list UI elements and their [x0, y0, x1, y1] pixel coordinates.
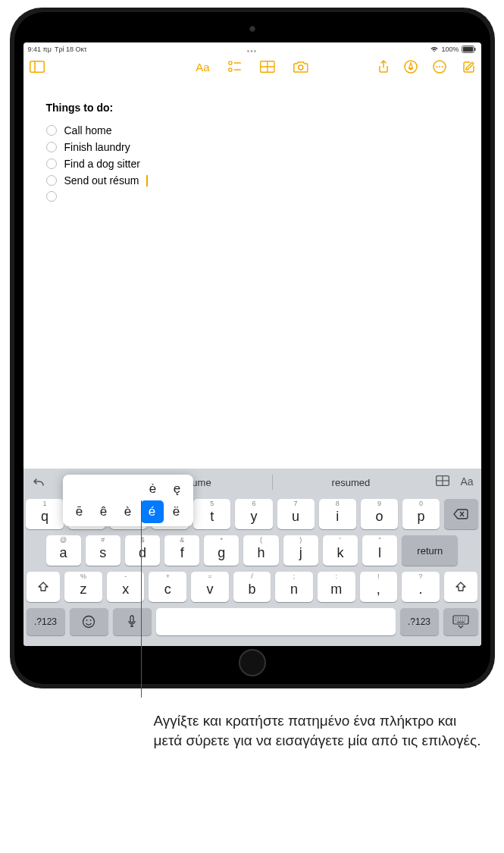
key-x[interactable]: -x — [107, 572, 145, 602]
key-j[interactable]: )j — [283, 535, 318, 566]
svg-rect-2 — [474, 48, 475, 51]
ipad-frame: 9:41 πμ Τρί 18 Οκτ 100% ••• — [10, 8, 495, 688]
todo-item-empty[interactable] — [46, 191, 459, 202]
caption-text: Αγγίξτε και κρατήστε πατημένο ένα πλήκτρ… — [17, 711, 487, 750]
svg-rect-1 — [462, 47, 472, 52]
more-icon[interactable] — [433, 60, 446, 74]
svg-rect-24 — [130, 616, 133, 623]
nav-bar: ••• Aa — [23, 55, 481, 79]
markup-icon[interactable] — [404, 60, 418, 74]
key-hide-keyboard[interactable] — [443, 608, 478, 635]
key-numbers-right[interactable]: .?123 — [400, 608, 439, 635]
svg-point-5 — [228, 61, 231, 64]
battery-text: 100% — [441, 45, 459, 53]
key-z[interactable]: %z — [64, 572, 102, 602]
key-b[interactable]: /b — [233, 572, 271, 602]
todo-text: Call home — [64, 124, 112, 136]
key-n[interactable]: ;n — [275, 572, 313, 602]
sidebar-toggle-icon[interactable] — [30, 61, 45, 73]
checkbox-icon[interactable] — [46, 175, 57, 186]
accent-option[interactable]: ê — [92, 500, 115, 523]
text-cursor — [146, 175, 148, 187]
status-time: 9:41 πμ — [28, 45, 52, 53]
key-shift-left[interactable] — [27, 572, 61, 602]
accent-option-selected[interactable]: é — [141, 500, 164, 523]
home-button[interactable] — [239, 649, 266, 676]
camera-icon[interactable] — [293, 61, 308, 73]
key-q[interactable]: 1q — [26, 499, 63, 529]
svg-rect-3 — [30, 61, 44, 73]
key-period[interactable]: ?. — [402, 572, 440, 602]
svg-point-17 — [441, 66, 443, 67]
key-c[interactable]: +c — [149, 572, 186, 602]
keyboard-row-4: .?123 .?123 — [27, 608, 478, 635]
todo-item[interactable]: Send out résum — [46, 174, 459, 187]
key-s[interactable]: #s — [86, 535, 121, 566]
todo-item[interactable]: Call home — [46, 124, 459, 136]
table-icon[interactable] — [260, 61, 275, 73]
key-v[interactable]: =v — [191, 572, 229, 602]
key-h[interactable]: (h — [243, 535, 278, 566]
checkbox-icon[interactable] — [46, 142, 57, 152]
key-return[interactable]: return — [402, 535, 458, 566]
key-comma[interactable]: !, — [360, 572, 398, 602]
share-icon[interactable] — [378, 60, 389, 74]
svg-point-22 — [86, 619, 88, 621]
key-backspace[interactable] — [444, 499, 477, 529]
keyboard-row-3: %z -x +c =v /b ;n :m !, ?. — [27, 572, 478, 602]
todo-item[interactable]: Find a dog sitter — [46, 158, 459, 170]
key-f[interactable]: &f — [164, 535, 199, 566]
todo-text: Send out résum — [64, 174, 139, 187]
checklist-icon[interactable] — [228, 61, 242, 73]
note-content[interactable]: Things to do: Call home Finish laundry F… — [23, 79, 481, 202]
camera-dot — [249, 26, 255, 32]
suggestion-word[interactable]: resumed — [272, 475, 428, 490]
key-dictation[interactable] — [113, 608, 152, 635]
key-m[interactable]: :m — [318, 572, 355, 602]
accent-character-popup: ė ę ē ê è é ë — [63, 475, 193, 526]
key-d[interactable]: $d — [125, 535, 160, 566]
accent-option[interactable]: ë — [165, 500, 188, 523]
todo-text: Find a dog sitter — [64, 158, 140, 170]
accent-option[interactable]: ē — [68, 500, 91, 523]
key-p[interactable]: 0p — [402, 499, 440, 529]
key-numbers-left[interactable]: .?123 — [27, 608, 65, 635]
status-date: Τρί 18 Οκτ — [55, 45, 87, 53]
note-title: Things to do: — [46, 102, 459, 114]
callout-line — [141, 500, 142, 698]
screen: 9:41 πμ Τρί 18 Οκτ 100% ••• — [23, 42, 481, 646]
wifi-icon — [430, 45, 439, 54]
key-i[interactable]: 8i — [319, 499, 356, 529]
key-a[interactable]: @a — [46, 535, 81, 566]
battery-icon — [462, 45, 477, 53]
key-space[interactable] — [156, 608, 396, 635]
key-g[interactable]: *g — [204, 535, 239, 566]
format-text-icon[interactable]: Aa — [196, 61, 209, 74]
todo-item[interactable]: Finish laundry — [46, 141, 459, 153]
key-o[interactable]: 9o — [361, 499, 398, 529]
multitask-dots[interactable]: ••• — [247, 47, 258, 55]
key-t[interactable]: 5t — [193, 499, 230, 529]
checkbox-icon[interactable] — [46, 191, 57, 202]
accent-option[interactable]: è — [117, 500, 139, 523]
svg-point-21 — [83, 616, 95, 628]
compose-icon[interactable] — [462, 60, 475, 74]
svg-point-15 — [436, 66, 437, 67]
checkbox-icon[interactable] — [46, 125, 57, 136]
table-shortcut-icon[interactable] — [436, 475, 449, 489]
key-u[interactable]: 7u — [277, 499, 315, 529]
key-l[interactable]: "l — [362, 535, 397, 566]
keyboard-row-2: @a #s $d &f *g (h )j 'k "l return — [27, 535, 478, 566]
undo-icon[interactable] — [28, 473, 49, 491]
key-shift-right[interactable] — [444, 572, 478, 602]
key-k[interactable]: 'k — [323, 535, 358, 566]
key-y[interactable]: 6y — [235, 499, 272, 529]
checkbox-icon[interactable] — [46, 158, 57, 169]
accent-option[interactable]: ę — [166, 478, 189, 500]
svg-point-7 — [228, 68, 231, 71]
key-emoji[interactable] — [70, 608, 108, 635]
svg-point-16 — [439, 66, 440, 67]
svg-point-23 — [90, 619, 92, 621]
format-shortcut-icon[interactable]: Aa — [460, 475, 473, 489]
accent-option[interactable]: ė — [142, 478, 164, 500]
